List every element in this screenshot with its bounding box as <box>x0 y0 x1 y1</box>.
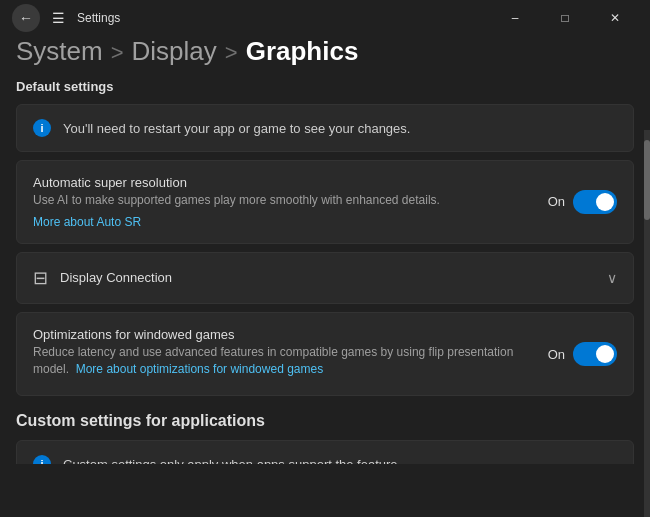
custom-info-text: Custom settings only apply when apps sup… <box>63 457 398 464</box>
breadcrumb-current: Graphics <box>246 36 359 67</box>
chevron-down-icon: ∨ <box>607 270 617 286</box>
hamburger-icon[interactable]: ☰ <box>52 10 65 26</box>
custom-info-icon: i <box>33 455 51 464</box>
breadcrumb-sep-2: > <box>225 40 238 66</box>
display-connection-card[interactable]: ⊟ Display Connection ∨ <box>16 252 634 304</box>
auto-sr-toggle-label: On <box>548 194 565 209</box>
info-box-restart: i You'll need to restart your app or gam… <box>16 104 634 152</box>
auto-sr-row: Automatic super resolution Use AI to mak… <box>33 175 617 229</box>
maximize-icon: □ <box>561 11 568 25</box>
back-button[interactable]: ← <box>12 4 40 32</box>
window-title: Settings <box>77 11 120 25</box>
breadcrumb-system[interactable]: System <box>16 36 103 67</box>
main-content: Default settings i You'll need to restar… <box>0 79 650 464</box>
default-settings-title: Default settings <box>16 79 634 94</box>
minimize-button[interactable]: – <box>492 2 538 34</box>
title-bar-left: ← ☰ Settings <box>12 4 120 32</box>
custom-settings-section: Custom settings for applications i Custo… <box>16 412 634 464</box>
back-icon: ← <box>19 10 33 26</box>
scrollbar-thumb[interactable] <box>644 140 650 220</box>
title-bar-controls: – □ ✕ <box>492 2 638 34</box>
breadcrumb: System > Display > Graphics <box>0 36 650 79</box>
scrollbar[interactable] <box>644 130 650 517</box>
close-icon: ✕ <box>610 11 620 25</box>
info-box-custom: i Custom settings only apply when apps s… <box>16 440 634 464</box>
auto-sr-title: Automatic super resolution <box>33 175 548 190</box>
display-connection-label: Display Connection <box>60 270 595 285</box>
windowed-games-toggle-knob <box>596 345 614 363</box>
windowed-games-row: Optimizations for windowed games Reduce … <box>33 327 617 382</box>
windowed-games-card: Optimizations for windowed games Reduce … <box>16 312 634 397</box>
info-icon: i <box>33 119 51 137</box>
auto-sr-desc: Use AI to make supported games play more… <box>33 192 548 209</box>
display-connection-icon: ⊟ <box>33 267 48 289</box>
auto-sr-content: Automatic super resolution Use AI to mak… <box>33 175 548 229</box>
windowed-games-content: Optimizations for windowed games Reduce … <box>33 327 548 382</box>
windowed-games-toggle-label: On <box>548 347 565 362</box>
auto-sr-link[interactable]: More about Auto SR <box>33 215 141 229</box>
close-button[interactable]: ✕ <box>592 2 638 34</box>
windowed-games-title: Optimizations for windowed games <box>33 327 548 342</box>
custom-settings-title: Custom settings for applications <box>16 412 634 430</box>
windowed-games-desc: Reduce latency and use advanced features… <box>33 344 548 378</box>
title-bar: ← ☰ Settings – □ ✕ <box>0 0 650 36</box>
minimize-icon: – <box>512 11 519 25</box>
auto-sr-toggle-knob <box>596 193 614 211</box>
windowed-games-link[interactable]: More about optimizations for windowed ga… <box>76 362 323 376</box>
info-text-restart: You'll need to restart your app or game … <box>63 121 410 136</box>
auto-super-resolution-card: Automatic super resolution Use AI to mak… <box>16 160 634 244</box>
maximize-button[interactable]: □ <box>542 2 588 34</box>
auto-sr-toggle-group: On <box>548 190 617 214</box>
windowed-games-toggle-group: On <box>548 342 617 366</box>
auto-sr-toggle[interactable] <box>573 190 617 214</box>
breadcrumb-display[interactable]: Display <box>132 36 217 67</box>
breadcrumb-sep-1: > <box>111 40 124 66</box>
windowed-games-toggle[interactable] <box>573 342 617 366</box>
